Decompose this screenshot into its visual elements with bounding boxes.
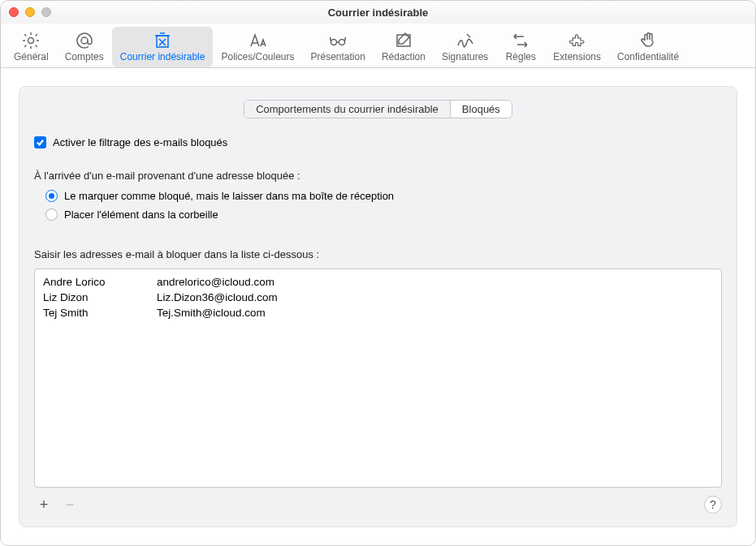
puzzle-icon: [568, 30, 587, 51]
rules-icon: [511, 30, 530, 51]
toolbar-privacy-label: Confidentialité: [617, 51, 679, 62]
radio-mark-blocked-label: Le marquer comme bloqué, mais le laisser…: [64, 190, 394, 202]
blocked-email: Liz.Dizon36@icloud.com: [157, 291, 278, 303]
toolbar-general-label: Général: [14, 51, 49, 62]
svg-point-1: [81, 37, 88, 44]
junk-mail-icon: [153, 30, 172, 51]
add-blocked-button[interactable]: +: [34, 496, 54, 514]
radio-move-trash-label: Placer l'élément dans la corbeille: [64, 209, 218, 221]
glasses-icon: [328, 30, 348, 51]
remove-blocked-button[interactable]: −: [60, 496, 80, 514]
blocked-email: andrelorico@icloud.com: [157, 276, 274, 288]
window-title: Courrier indésirable: [9, 6, 747, 19]
toolbar-extensions[interactable]: Extensions: [545, 27, 609, 67]
at-sign-icon: [75, 30, 94, 51]
tab-junk-behaviors[interactable]: Comportements du courrier indésirable: [244, 101, 451, 118]
blocked-list-instruction: Saisir les adresses e-mail à bloquer dan…: [34, 248, 722, 260]
toolbar-privacy[interactable]: Confidentialité: [609, 27, 687, 67]
blocked-name: Tej Smith: [43, 307, 157, 319]
radio-move-trash[interactable]: [45, 209, 58, 221]
list-item[interactable]: Tej Smith Tej.Smith@icloud.com: [43, 305, 713, 320]
toolbar-rules[interactable]: Règles: [496, 27, 545, 67]
blocked-arrival-label: À l'arrivée d'un e-mail provenant d'une …: [34, 170, 722, 182]
toolbar-composing-label: Rédaction: [382, 51, 426, 62]
toolbar-fonts-label: Polices/Couleurs: [221, 51, 294, 62]
hand-icon: [638, 30, 658, 51]
radio-mark-blocked[interactable]: [45, 190, 58, 202]
toolbar-junk[interactable]: Courrier indésirable: [112, 27, 214, 67]
maximize-window-button: [41, 7, 51, 17]
blocked-name: Andre Lorico: [43, 276, 157, 288]
close-window-button[interactable]: [9, 7, 19, 17]
gear-icon: [21, 30, 41, 51]
toolbar-signatures-label: Signatures: [442, 51, 488, 62]
toolbar-composing[interactable]: Rédaction: [374, 27, 434, 67]
toolbar-junk-label: Courrier indésirable: [120, 51, 205, 62]
compose-icon: [394, 30, 413, 51]
enable-blocked-filtering-checkbox[interactable]: [34, 136, 46, 148]
signature-icon: [456, 30, 475, 51]
toolbar-general[interactable]: Général: [6, 27, 57, 67]
blocked-addresses-list[interactable]: Andre Lorico andrelorico@icloud.com Liz …: [34, 269, 722, 488]
minimize-window-button[interactable]: [25, 7, 35, 17]
toolbar-viewing[interactable]: Présentation: [303, 27, 374, 67]
enable-blocked-filtering-label: Activer le filtrage des e-mails bloqués: [53, 136, 227, 148]
toolbar-signatures[interactable]: Signatures: [434, 27, 496, 67]
svg-point-2: [331, 40, 337, 45]
toolbar-viewing-label: Présentation: [311, 51, 365, 62]
junk-tabs: Comportements du courrier indésirable Bl…: [244, 100, 512, 118]
tab-blocked[interactable]: Bloqués: [451, 101, 512, 118]
toolbar-accounts[interactable]: Comptes: [57, 27, 112, 67]
toolbar-fonts[interactable]: Polices/Couleurs: [213, 27, 302, 67]
svg-point-0: [28, 38, 34, 44]
list-item[interactable]: Liz Dizon Liz.Dizon36@icloud.com: [43, 290, 713, 305]
toolbar-accounts-label: Comptes: [65, 51, 104, 62]
svg-point-3: [339, 40, 345, 45]
toolbar-extensions-label: Extensions: [553, 51, 601, 62]
toolbar-rules-label: Règles: [506, 51, 536, 62]
fonts-icon: [248, 30, 267, 51]
blocked-name: Liz Dizon: [43, 291, 157, 303]
help-button[interactable]: ?: [704, 496, 722, 514]
list-item[interactable]: Andre Lorico andrelorico@icloud.com: [43, 274, 713, 290]
blocked-email: Tej.Smith@icloud.com: [157, 307, 266, 319]
